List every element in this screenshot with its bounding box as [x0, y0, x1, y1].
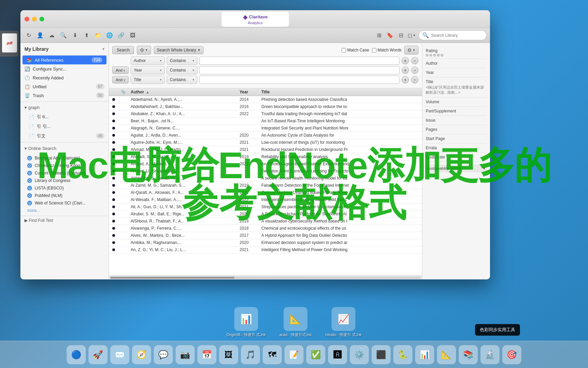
dock-terminal[interactable]: ⬛: [372, 345, 391, 364]
search-value-2[interactable]: [199, 66, 399, 74]
scrollbar-thumb[interactable]: [110, 277, 234, 279]
table-row[interactable]: Abdelhamid, N.; Ayesh, A.;... 2014 Phish…: [109, 96, 422, 103]
table-row[interactable]: Al-Qarafi, A.; Alrowais, F.; A... 2022 O…: [109, 189, 422, 196]
dock-mail[interactable]: ✉️: [110, 345, 129, 364]
dock-photos[interactable]: 🖼: [219, 345, 238, 364]
dock-extra[interactable]: 🎯: [502, 345, 521, 364]
table-row[interactable]: Beer, H.; Bajun...nd N... An IoT-Based R…: [109, 118, 422, 125]
view-mode-btn2[interactable]: 🔖: [385, 31, 395, 40]
dock-facetime[interactable]: 📷: [176, 345, 195, 364]
dock-messages[interactable]: 💬: [154, 345, 173, 364]
right-panel-pages[interactable]: Pages: [426, 125, 487, 134]
shortcut-acad[interactable]: 📐 acad - 快捷方式.lnk: [279, 307, 312, 337]
online-search-chinese-u[interactable]: Q Chinese U of Hong Kong: [20, 162, 109, 169]
find-button[interactable]: 🔍: [59, 31, 68, 40]
table-row[interactable]: Ahmadi, S. M.; Sazal.... 2019 Reliabilit…: [109, 153, 422, 160]
match-words-option[interactable]: Match Words: [372, 48, 402, 52]
import-button[interactable]: ⬇: [70, 31, 80, 40]
dock-reminders[interactable]: ✅: [306, 345, 325, 364]
table-row[interactable]: Ambika, M.; Raghuraman,... 2020 Enhanced…: [109, 239, 422, 246]
field-select-2[interactable]: Year ▾: [131, 66, 165, 74]
online-search-bio-abs[interactable]: Q Biological Abs (Clarivate): [20, 154, 109, 162]
match-case-option[interactable]: Match Case: [342, 48, 369, 52]
online-search-header[interactable]: ▾ Online Search: [20, 144, 109, 153]
table-row[interactable]: Akhbarifar, S.; Javadi, H. H.... A secur…: [109, 175, 422, 182]
online-search-lista[interactable]: Q LISTA (EBSCO): [20, 184, 109, 192]
online-search-library-congress[interactable]: Q Library of Congress: [20, 177, 109, 184]
search-value-1[interactable]: [199, 57, 399, 65]
sidebar-item-recently-added[interactable]: 🕐 Recently Added: [20, 73, 109, 82]
add-row-btn-1[interactable]: +: [402, 57, 409, 64]
table-row[interactable]: Abdollahisharif, J.; Bakhtav... 2016 Gre…: [109, 103, 422, 110]
right-panel-start-page[interactable]: Start Page: [426, 134, 487, 143]
right-panel-bottom-selector[interactable]: Sustainability 的副本 ▾: [426, 165, 487, 172]
connector-select-2[interactable]: And ▾: [112, 66, 129, 74]
link-button[interactable]: 🔗: [116, 31, 126, 40]
add-reference-button[interactable]: 👤: [35, 31, 45, 40]
dock-launchpad[interactable]: 🚀: [88, 345, 108, 364]
settings-gear[interactable]: ⚙ ▼: [137, 46, 151, 55]
sidebar-group-2[interactable]: 📄 引 引...: [20, 122, 109, 131]
search-library-box[interactable]: 🔍: [419, 30, 487, 40]
dock-maps[interactable]: 🗺: [263, 345, 282, 364]
search-scope-select[interactable]: Search Whole Library ▼: [154, 46, 203, 54]
field-select-3[interactable]: Title ▾: [131, 76, 165, 84]
table-row[interactable]: Ali, A.; Guo, D.; Li, Y. M.; Sh... 2021 …: [109, 203, 422, 211]
table-row[interactable]: Abubaker, Z.; Khan, A. U.; A... 2022 Tru…: [109, 110, 422, 118]
photo-button[interactable]: 🖼: [128, 31, 137, 40]
header-author[interactable]: Author ▲: [128, 90, 240, 94]
sidebar-item-trash[interactable]: 🗑️ Trash 50: [20, 91, 109, 100]
sidebar-groups-header[interactable]: ▾ graph: [20, 103, 109, 112]
minimize-button[interactable]: [32, 17, 37, 21]
condition-select-2[interactable]: Contains ▾: [167, 66, 197, 74]
table-row[interactable]: Al-Wesabi, F.; Malibari, A.;... 2022 Int…: [109, 196, 422, 203]
sidebar-group-1[interactable]: 📄 引 6...: [20, 112, 109, 122]
dock-cad[interactable]: 📐: [437, 345, 456, 364]
sync-button[interactable]: ☁: [47, 31, 56, 40]
sidebar-dropdown-icon[interactable]: ▾: [102, 47, 104, 51]
table-row[interactable]: AlShboul, R.; Thabtah, F.; A... 2018 A v…: [109, 218, 422, 225]
dock-appstore[interactable]: 🅰: [328, 345, 347, 364]
online-search-current-contents[interactable]: Q Current Contents (Clarivate): [20, 169, 109, 177]
table-row[interactable]: Aguirre-Jofre, H.; Eyre, M.;... 2021 Low…: [109, 139, 422, 146]
condition-select-3[interactable]: Contains ▾: [167, 76, 197, 84]
right-panel-part-supplement[interactable]: Part/Supplement: [426, 107, 487, 116]
sidebar-item-configure-sync[interactable]: 🔄 Configure Sync...: [20, 64, 109, 73]
close-button[interactable]: [24, 17, 29, 21]
online-search-web-of-science[interactable]: Q Web of Science SCI (Clari...: [20, 199, 109, 207]
more-link[interactable]: more...: [20, 207, 109, 214]
connector-select-3[interactable]: And ▾: [112, 76, 129, 83]
match-words-checkbox[interactable]: [372, 48, 376, 52]
table-row[interactable]: Ategraph, N.; Gimene, C.... Integrated S…: [109, 125, 422, 132]
right-settings-gear[interactable]: ⚙ ▼: [404, 46, 419, 55]
add-row-btn-3[interactable]: +: [402, 76, 409, 83]
find-full-text[interactable]: ▶ Find Full Text: [20, 216, 109, 225]
match-case-checkbox[interactable]: [342, 48, 346, 52]
table-row[interactable]: Aguilar, J.; Ardia, D.; Aven... 2020 An …: [109, 132, 422, 139]
dock-settings[interactable]: ⚙️: [350, 345, 369, 364]
table-row[interactable]: Alrubei, S. M.; Ball, E.; Rige... 2022 A…: [109, 211, 422, 218]
right-panel-epub-date[interactable]: Epub Date: [426, 153, 487, 162]
right-panel-issue[interactable]: Issue: [426, 116, 487, 125]
view-mode-btn1[interactable]: ⊞: [374, 31, 384, 40]
dock-calendar[interactable]: 📅: [197, 345, 216, 364]
right-panel-errata[interactable]: Errata: [426, 143, 487, 153]
maximize-button[interactable]: [39, 17, 44, 21]
remove-row-btn-1[interactable]: −: [411, 57, 419, 64]
right-panel-title[interactable]: Title <铜山矿区周边农田土壤重金属来源解析及污染...陈航...>: [426, 77, 487, 97]
dock-python[interactable]: 🐍: [393, 345, 412, 364]
sidebar-item-all-references[interactable]: 📚 All References 724: [22, 56, 107, 64]
dock-notes[interactable]: 📝: [284, 345, 304, 364]
right-panel-volume[interactable]: Volume: [426, 97, 487, 107]
header-year[interactable]: Year: [240, 90, 260, 94]
right-panel-rating[interactable]: Rating: [426, 46, 487, 59]
dock-r[interactable]: 📊: [415, 345, 434, 364]
scrollbar-track[interactable]: [110, 277, 421, 279]
refresh-button[interactable]: ↻: [24, 31, 33, 40]
header-title[interactable]: Title: [260, 90, 422, 94]
search-button[interactable]: Search: [112, 46, 134, 54]
shortcut-rstudio[interactable]: 📈 rstudio - 快捷方 式.lnk: [325, 307, 362, 337]
right-panel-year[interactable]: Year: [426, 68, 487, 77]
condition-select-1[interactable]: Contains ▾: [167, 57, 197, 65]
view-mode-btn3[interactable]: ⊟: [396, 31, 406, 40]
